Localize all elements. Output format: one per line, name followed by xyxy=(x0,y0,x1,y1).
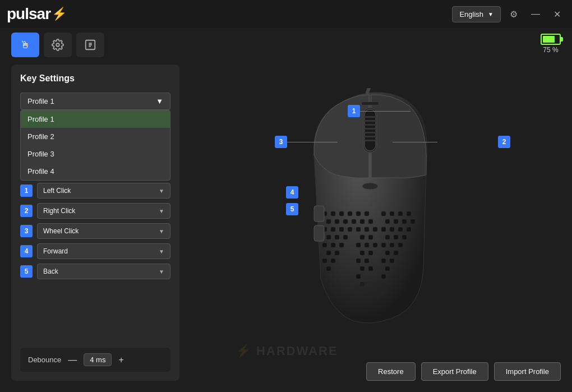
restore-button[interactable]: Restore xyxy=(366,362,416,381)
svg-rect-74 xyxy=(364,124,376,126)
key-binding-1-label: Left Click xyxy=(43,187,71,195)
profile-option-3[interactable]: Profile 3 xyxy=(21,145,170,163)
debounce-bar: Debounce — 4 ms + xyxy=(20,348,170,372)
svg-rect-37 xyxy=(360,251,365,255)
svg-rect-14 xyxy=(326,235,331,239)
chevron-down-icon: ▼ xyxy=(159,269,164,275)
chevron-down-icon: ▼ xyxy=(159,188,164,194)
mouse-area: 1 2 3 4 5 xyxy=(191,64,561,347)
key-binding-3[interactable]: Wheel Click ▼ xyxy=(37,223,170,239)
svg-rect-36 xyxy=(373,243,377,247)
svg-rect-30 xyxy=(365,227,369,232)
export-profile-button[interactable]: Export Profile xyxy=(421,362,488,381)
svg-rect-43 xyxy=(356,274,361,279)
profile-selector[interactable]: Profile 1 ▼ Profile 1 Profile 2 Profile … xyxy=(20,93,170,110)
svg-rect-80 xyxy=(314,206,324,222)
svg-rect-45 xyxy=(381,211,386,216)
svg-rect-53 xyxy=(381,227,386,232)
mouse-label-4: 4 xyxy=(286,186,298,199)
svg-rect-50 xyxy=(394,219,398,224)
svg-rect-68 xyxy=(381,274,386,279)
settings-button[interactable]: ⚙ xyxy=(505,7,522,22)
svg-rect-18 xyxy=(331,243,335,247)
import-profile-button[interactable]: Import Profile xyxy=(494,362,561,381)
key-binding-4[interactable]: Forward ▼ xyxy=(37,243,170,259)
svg-rect-56 xyxy=(407,227,411,232)
mouse-label-2: 2 xyxy=(498,136,510,148)
svg-rect-78 xyxy=(364,140,376,141)
key-num-1: 1 xyxy=(20,185,33,197)
svg-rect-7 xyxy=(335,219,339,224)
svg-rect-62 xyxy=(398,243,403,247)
svg-rect-35 xyxy=(365,243,369,247)
key-binding-2-label: Right Click xyxy=(43,207,75,215)
svg-rect-64 xyxy=(394,251,398,255)
left-panel: Key Settings Profile 1 ▼ Profile 1 Profi… xyxy=(11,64,179,381)
profile-selected: Profile 1 xyxy=(27,97,54,105)
key-row-3: 3 Wheel Click ▼ xyxy=(20,223,170,239)
svg-rect-75 xyxy=(364,128,376,130)
key-binding-3-label: Wheel Click xyxy=(43,227,79,235)
minimize-button[interactable]: — xyxy=(527,7,545,21)
debounce-decrease-button[interactable]: — xyxy=(66,355,79,365)
debounce-value: 4 ms xyxy=(84,353,112,366)
language-dropdown[interactable]: English ▼ xyxy=(452,6,501,22)
bottom-buttons: Restore Export Profile Import Profile xyxy=(366,362,561,381)
tab-macro[interactable] xyxy=(76,33,104,57)
svg-rect-60 xyxy=(381,243,386,247)
svg-rect-57 xyxy=(385,235,390,239)
key-num-4: 4 xyxy=(20,245,33,257)
svg-rect-69 xyxy=(362,102,379,105)
tab-settings[interactable] xyxy=(44,33,72,57)
svg-rect-20 xyxy=(326,251,331,255)
profile-dropdown-menu: Profile 1 Profile 2 Profile 3 Profile 4 xyxy=(20,110,170,181)
profile-option-4[interactable]: Profile 4 xyxy=(21,163,170,180)
app-logo: pulsar⚡ xyxy=(7,5,67,23)
debounce-label: Debounce xyxy=(28,356,61,364)
svg-rect-55 xyxy=(398,227,403,232)
mouse-label-5: 5 xyxy=(286,203,298,215)
profile-option-2[interactable]: Profile 2 xyxy=(21,128,170,145)
profile-option-1[interactable]: Profile 1 xyxy=(21,110,170,128)
key-binding-5-label: Back xyxy=(43,268,58,275)
mouse-image-container: 1 2 3 4 5 xyxy=(236,71,516,340)
logo-text: pulsar xyxy=(7,5,50,23)
battery-percent: 75 % xyxy=(543,46,558,54)
svg-rect-40 xyxy=(365,259,369,263)
svg-rect-4 xyxy=(339,211,344,216)
key-binding-2[interactable]: Right Click ▼ xyxy=(37,203,170,219)
mouse-svg xyxy=(280,88,460,329)
close-button[interactable]: ✕ xyxy=(549,7,565,22)
svg-rect-42 xyxy=(368,266,373,271)
debounce-increase-button[interactable]: + xyxy=(116,355,126,365)
titlebar-controls: English ▼ ⚙ — ✕ xyxy=(452,6,565,22)
svg-rect-47 xyxy=(398,211,403,216)
tab-mouse[interactable]: 🖱 xyxy=(11,33,39,57)
svg-rect-26 xyxy=(365,211,369,216)
svg-rect-11 xyxy=(331,227,335,232)
key-binding-5[interactable]: Back ▼ xyxy=(37,264,170,279)
key-binding-4-label: Forward xyxy=(43,247,68,255)
titlebar: pulsar⚡ English ▼ ⚙ — ✕ xyxy=(0,0,572,28)
svg-rect-33 xyxy=(368,235,373,239)
svg-rect-54 xyxy=(390,227,394,232)
mouse-label-1: 1 xyxy=(348,105,360,117)
svg-rect-59 xyxy=(402,235,407,239)
chevron-down-icon: ▼ xyxy=(159,228,164,234)
svg-point-82 xyxy=(353,282,387,298)
profile-dropdown-button[interactable]: Profile 1 ▼ xyxy=(20,93,170,110)
svg-rect-66 xyxy=(390,259,394,263)
language-selected: English xyxy=(459,10,483,19)
svg-rect-9 xyxy=(352,219,356,224)
key-row-4: 4 Forward ▼ xyxy=(20,243,170,259)
svg-rect-34 xyxy=(356,243,361,247)
svg-rect-67 xyxy=(385,266,390,271)
svg-rect-22 xyxy=(322,259,327,263)
svg-rect-16 xyxy=(343,235,348,239)
key-binding-1[interactable]: Left Click ▼ xyxy=(37,183,170,199)
chevron-down-icon: ▼ xyxy=(159,248,164,255)
key-row-1: 1 Left Click ▼ xyxy=(20,183,170,199)
svg-rect-46 xyxy=(390,211,394,216)
svg-rect-25 xyxy=(356,211,361,216)
svg-rect-63 xyxy=(385,251,390,255)
